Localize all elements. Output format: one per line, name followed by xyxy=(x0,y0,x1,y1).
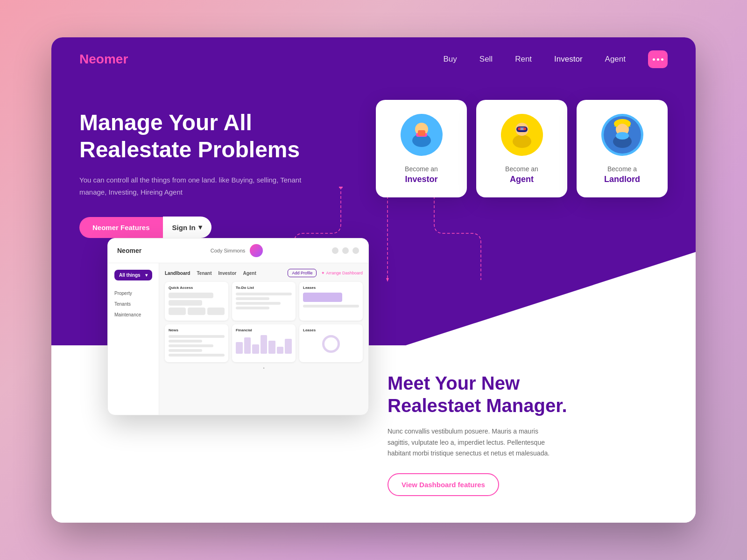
widget-title-quickaccess: Quick Access xyxy=(169,286,225,290)
skeleton xyxy=(236,307,269,309)
skeleton-circle xyxy=(322,335,340,353)
svg-rect-4 xyxy=(418,130,425,136)
dashboard-logo: Neomer xyxy=(117,247,141,254)
navbar: Neomer Buy Sell Rent Investor Agent xyxy=(51,37,696,81)
arrange-dashboard-button[interactable]: ✦ Arrange Dashboard xyxy=(321,271,363,275)
signin-button[interactable]: Sign In ▾ xyxy=(163,217,211,238)
skeleton xyxy=(169,300,202,306)
tab-landlboard[interactable]: Landlboard xyxy=(165,271,190,276)
agent-card-title: Agent xyxy=(489,175,554,184)
skeleton xyxy=(169,308,186,315)
dash-ctrl-3 xyxy=(352,247,359,254)
hero-content: Manage Your All Realestate Problems You … xyxy=(51,81,696,238)
meet-title: Meet Your New Realestaet Manager. xyxy=(388,372,668,417)
todo-list-widget: To-Do List xyxy=(232,282,296,321)
landlord-card-subtitle: Become a xyxy=(590,165,655,173)
leases-widget-2: Leases xyxy=(299,324,363,362)
signin-label: Sign In xyxy=(172,224,196,231)
agent-avatar xyxy=(501,114,543,156)
bottom-section: Neomer Cody Simmons All things ▾ xyxy=(51,345,696,523)
dot3 xyxy=(661,58,663,61)
investor-card-subtitle: Become an xyxy=(389,165,454,173)
skeleton xyxy=(236,293,292,295)
landlord-card[interactable]: Become a Landlord xyxy=(577,100,668,197)
dot2 xyxy=(657,58,659,61)
nav-investor[interactable]: Investor xyxy=(554,55,582,64)
tab-investor[interactable]: Investor xyxy=(218,271,237,276)
dashboard-username: Cody Simmons xyxy=(211,248,246,253)
skeleton xyxy=(169,340,202,343)
skeleton xyxy=(236,302,281,305)
skeleton xyxy=(169,349,202,352)
agent-illustration xyxy=(503,116,541,154)
nav-links: Buy Sell Rent Investor Agent xyxy=(444,50,668,68)
bar xyxy=(252,344,259,354)
bar xyxy=(261,335,268,354)
sidebar-item-property[interactable]: Property xyxy=(114,288,152,299)
browser-window: Neomer Buy Sell Rent Investor Agent Mana… xyxy=(51,37,696,523)
dashboard-mockup: Neomer Cody Simmons All things ▾ xyxy=(107,238,369,415)
dash-ctrl-2 xyxy=(342,247,349,254)
view-dashboard-button[interactable]: View Dashboard features xyxy=(388,473,499,496)
dash-ctrl-1 xyxy=(332,247,338,254)
landlord-illustration xyxy=(604,116,641,154)
logo-suffix: mer xyxy=(104,52,128,66)
dashboard-page-indicator: • xyxy=(165,366,363,371)
cards-area: Become an Investor xyxy=(303,100,668,197)
skeleton xyxy=(169,344,213,347)
skeleton xyxy=(169,335,225,338)
financial-widget: Financial xyxy=(232,324,296,362)
skeleton xyxy=(303,293,342,302)
meet-title-line2: Realestaet Manager. xyxy=(388,395,567,416)
news-widget: News xyxy=(165,324,228,362)
nav-agent[interactable]: Agent xyxy=(605,55,626,64)
meet-text: Nunc convallis vestibulum posuere. Mauri… xyxy=(388,426,556,459)
sidebar-item-tenants[interactable]: Tenants xyxy=(114,299,152,309)
investor-avatar xyxy=(401,114,443,156)
nav-buy[interactable]: Buy xyxy=(444,55,457,64)
bar xyxy=(268,341,275,354)
hero-title: Manage Your All Realestate Problems xyxy=(79,109,303,163)
all-things-button[interactable]: All things ▾ xyxy=(114,270,152,280)
skeleton xyxy=(169,293,213,298)
landlord-card-title: Landlord xyxy=(590,175,655,184)
bar xyxy=(277,347,284,354)
quick-access-widget: Quick Access xyxy=(165,282,228,321)
skeleton xyxy=(236,297,269,300)
skeleton xyxy=(303,305,359,308)
hero-subtitle: You can controll all the things from one… xyxy=(79,174,303,198)
nav-sell[interactable]: Sell xyxy=(479,55,493,64)
svg-marker-21 xyxy=(386,278,389,282)
widgets-grid: Quick Access To-Do List xyxy=(165,282,363,362)
bar-chart xyxy=(236,335,292,354)
sidebar-item-maintenance[interactable]: Maintenance xyxy=(114,309,152,320)
all-things-label: All things xyxy=(119,273,141,278)
svg-point-6 xyxy=(513,135,531,148)
logo-prefix: Neo xyxy=(79,52,104,66)
tab-agent[interactable]: Agent xyxy=(243,271,256,276)
dashboard-avatar xyxy=(250,244,263,257)
nav-rent[interactable]: Rent xyxy=(515,55,532,64)
svg-point-11 xyxy=(523,127,526,130)
investor-card[interactable]: Become an Investor xyxy=(376,100,467,197)
bar xyxy=(236,342,243,354)
dashboard-tabs: Landlboard Tenant Investor Agent Add Pro… xyxy=(165,269,363,277)
nav-more-button[interactable] xyxy=(648,50,668,68)
agent-card[interactable]: Become an Agent xyxy=(476,100,567,197)
investor-card-title: Investor xyxy=(389,175,454,184)
svg-point-10 xyxy=(518,127,521,130)
dashboard-header: Neomer Cody Simmons xyxy=(108,238,368,263)
bar xyxy=(244,337,251,354)
landlord-avatar xyxy=(601,114,643,156)
hero-title-line2: Realestate Problems xyxy=(79,137,300,162)
tab-tenant[interactable]: Tenant xyxy=(197,271,211,276)
leases-widget: Leases xyxy=(299,282,363,321)
dashboard-main: Landlboard Tenant Investor Agent Add Pro… xyxy=(159,263,368,415)
add-profile-button[interactable]: Add Profile xyxy=(288,269,317,277)
skeleton xyxy=(188,308,205,315)
dashboard-sidebar: All things ▾ Property Tenants Maintenanc… xyxy=(108,263,159,415)
bar xyxy=(285,339,292,354)
hero-text: Manage Your All Realestate Problems You … xyxy=(79,100,303,238)
meet-section: Meet Your New Realestaet Manager. Nunc c… xyxy=(388,372,668,496)
features-button[interactable]: Neomer Features xyxy=(79,217,163,238)
